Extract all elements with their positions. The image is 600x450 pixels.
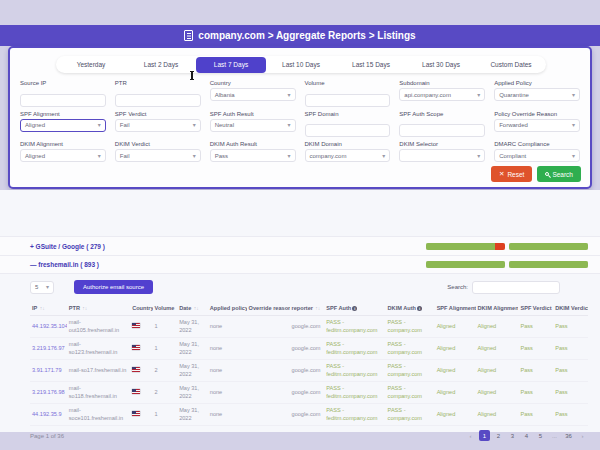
filter-field-country: CountryAlbania▾ [210,80,296,107]
cell-spf-verdict: Pass [518,404,553,426]
cell-dkim-alignment: Aligned [476,404,519,426]
cell-ip[interactable]: 44.192.35.9 [30,404,67,426]
tab-last-7-days[interactable]: Last 7 Days [196,57,266,73]
page-size-select[interactable]: 5 ▾ [30,281,54,294]
pagination-nav[interactable]: › [577,430,588,441]
table-controls: 5 ▾ Authorize email source Search: [0,274,600,296]
pagination-page-3[interactable]: 3 [507,430,518,441]
chevron-down-icon: ▾ [477,153,480,159]
filter-select-subdomain[interactable]: api.company.com▾ [399,88,485,101]
filter-select-spf-auth-result[interactable]: Neutral▾ [210,119,296,132]
filter-label-subdomain: Subdomain [399,80,485,86]
pagination-page-5[interactable]: 5 [535,430,546,441]
filter-select-dkim-domain[interactable]: company.com▾ [305,149,391,162]
column-header-dkim-alignment[interactable]: DKIM Alignmenti ↑↓ [476,301,519,316]
filter-label-source-ip: Source IP [20,80,106,86]
cell-dkim-alignment: Aligned [476,338,519,360]
cell-volume: 1 [153,404,178,426]
cell-country [130,338,152,360]
cell-dkim-auth: PASS - company.com [386,316,435,338]
filter-input-spf-domain[interactable] [305,124,391,137]
search-button[interactable]: Search [537,166,581,182]
chevron-down-icon: ▾ [572,92,575,98]
column-header-ptr[interactable]: PTR ↑↓ [67,301,130,316]
column-header-spf-alignment[interactable]: SPF Alignmenti ↑↓ [435,301,476,316]
cell-ip[interactable]: 3.91.171.79 [30,360,67,382]
table-search-input[interactable] [472,281,560,294]
filter-select-policy-override-reason[interactable]: Forwarded▾ [494,119,580,132]
cell-dkim-verdict: Pass [553,338,588,360]
column-header-reporter[interactable]: reporter ↑↓ [290,301,325,316]
cell-spf-verdict: Pass [518,338,553,360]
pagination-nav[interactable]: ... [549,430,560,441]
cell-dkim-alignment: Aligned [476,382,519,404]
filter-input-source-ip[interactable] [20,94,106,107]
tab-yesterday[interactable]: Yesterday [56,56,126,73]
tab-last-15-days[interactable]: Last 15 Days [336,56,406,73]
date-range-tabs: YesterdayLast 2 DaysLast 7 DaysLast 10 D… [56,56,546,73]
filter-input-volume[interactable] [305,94,391,107]
source-name-toggle[interactable]: + GSuite / Google ( 279 ) [30,243,105,250]
cell-ptr: mail-soce101.freshemail.in [67,404,130,426]
cell-ip[interactable]: 3.219.176.98 [30,382,67,404]
filter-value-subdomain: api.company.com [404,92,451,98]
cell-ip[interactable]: 44.192.35.104 [30,316,67,338]
bar-segment [509,261,588,268]
filter-field-ptr: PTR [115,80,201,107]
column-label: reporter [292,305,313,311]
column-label: IP [32,305,37,311]
authorize-email-source-button[interactable]: Authorize email source [74,280,153,294]
tab-last-30-days[interactable]: Last 30 Days [406,56,476,73]
bar-segment [426,261,505,268]
cell-ptr: mail-out105.freshemail.in [67,316,130,338]
column-header-spf-auth[interactable]: SPF Authi [324,301,385,316]
column-header-country[interactable]: Country ↑↓ [130,301,152,316]
title-bar: company.com > Aggregate Reports > Listin… [0,25,600,46]
table-row: 3.91.171.79mail-so17.freshemail.in2May 3… [30,360,588,382]
filter-input-ptr[interactable] [115,94,201,107]
tab-last-10-days[interactable]: Last 10 Days [266,56,336,73]
pagination-page-4[interactable]: 4 [521,430,532,441]
cell-override-reasons [247,338,290,360]
column-header-spf-verdict[interactable]: SPF Verdicti ↑↓ [518,301,553,316]
column-header-volume[interactable]: Volume ↑↓ [153,301,178,316]
filter-select-spf-alignment[interactable]: Aligned▾ [20,119,106,132]
filter-field-dmarc-compliance: DMARC ComplianceCompliant▾ [494,141,580,162]
reports-table: IP ↑↓PTR ↑↓Country ↑↓Volume ↑↓Date ↑↓App… [30,301,588,426]
cell-ip[interactable]: 3.219.176.97 [30,338,67,360]
column-label: Applied policy [210,305,247,311]
filter-field-policy-override-reason: Policy Override ReasonForwarded▾ [494,111,580,138]
chevron-down-icon: ▾ [98,122,101,128]
column-header-applied-policy[interactable]: Applied policyi ↑↓ [208,301,247,316]
filter-select-dkim-auth-result[interactable]: Pass▾ [210,149,296,162]
pagination-page-1[interactable]: 1 [479,430,490,441]
pagination-page-36[interactable]: 36 [563,430,574,441]
filter-select-dkim-verdict[interactable]: Fail▾ [115,149,201,162]
tab-last-2-days[interactable]: Last 2 Days [126,56,196,73]
filter-select-spf-verdict[interactable]: Fail▾ [115,119,201,132]
filter-select-country[interactable]: Albania▾ [210,88,296,101]
column-header-dkim-verdict[interactable]: DKIM Verdicti ↑↓ [553,301,588,316]
filter-value-policy-override-reason: Forwarded [499,122,528,128]
column-header-dkim-auth[interactable]: DKIM Authi [386,301,435,316]
cell-ptr: mail-so123.freshemail.in [67,338,130,360]
filter-select-dkim-alignment[interactable]: Aligned▾ [20,149,106,162]
column-header-override-reasons[interactable]: Override reasonsi ↑↓ [247,301,290,316]
reset-button[interactable]: ✕ Reset [491,166,532,182]
cell-applied-policy: none [208,382,247,404]
tab-custom-dates[interactable]: Custom Dates [476,56,546,73]
filter-select-applied-policy[interactable]: Quarantine▾ [494,88,580,101]
info-icon: i [553,306,554,311]
sort-icon: ↑↓ [38,305,44,311]
cell-ptr: mail-so118.freshemail.in [67,382,130,404]
cell-country [130,404,152,426]
column-header-ip[interactable]: IP ↑↓ [30,301,67,316]
filter-select-dmarc-compliance[interactable]: Compliant▾ [494,149,580,162]
filter-select-dkim-selector[interactable]: ▾ [399,149,485,162]
column-header-date[interactable]: Date ↑↓ [177,301,208,316]
source-name-toggle[interactable]: — freshemail.in ( 893 ) [30,261,99,268]
pagination-nav[interactable]: ‹ [465,430,476,441]
filter-label-dmarc-compliance: DMARC Compliance [494,141,580,147]
filter-input-spf-auth-scope[interactable] [399,124,485,137]
pagination-page-2[interactable]: 2 [493,430,504,441]
